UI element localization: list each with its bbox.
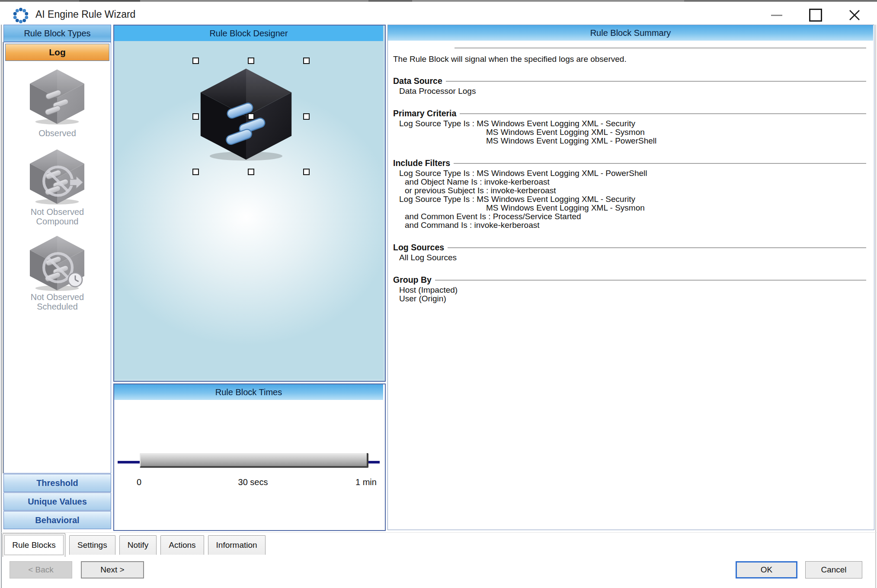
- rule-block-designer-header: Rule Block Designer: [114, 26, 383, 41]
- summary-line: All Log Sources: [393, 253, 868, 262]
- rule-block-times-body: 0 30 secs 1 min: [114, 401, 383, 528]
- tab-rule-blocks[interactable]: Rule Blocks: [3, 533, 65, 557]
- rule-block-times-panel: Rule Block Times 0 30 secs 1 min: [113, 383, 386, 531]
- selection-handle[interactable]: [192, 58, 199, 64]
- summary-section-rule-line: [454, 163, 866, 164]
- summary-section-title: Data Source: [393, 76, 442, 86]
- type-button-unique-values[interactable]: Unique Values: [3, 492, 111, 511]
- summary-intro-text: The Rule Block will signal when the spec…: [393, 54, 868, 64]
- selection-handle[interactable]: [248, 113, 254, 120]
- titlebar: AI Engine Rule Wizard: [0, 2, 877, 25]
- minimize-button[interactable]: [766, 7, 787, 23]
- time-tick-mid: 30 secs: [221, 477, 285, 487]
- type-button-log[interactable]: Log: [5, 44, 109, 61]
- selection-handle[interactable]: [303, 169, 310, 175]
- summary-line: and Command Is : invoke-kerberoast: [393, 221, 868, 230]
- selection-handle[interactable]: [192, 169, 199, 175]
- summary-section-rule-line: [435, 280, 866, 281]
- summary-line: Host (Impacted): [393, 286, 868, 294]
- selection-handle[interactable]: [303, 113, 310, 120]
- rule-block-types-header: Rule Block Types: [3, 25, 111, 42]
- not-observed-compound-cube-icon: [27, 147, 87, 206]
- type-button-threshold[interactable]: Threshold: [3, 474, 111, 492]
- summary-section-title: Log Sources: [393, 243, 444, 252]
- selection-handle[interactable]: [248, 169, 254, 175]
- summary-section: Log SourcesAll Log Sources: [393, 243, 868, 262]
- cancel-button[interactable]: Cancel: [805, 561, 862, 578]
- type-button-behavioral[interactable]: Behavioral: [3, 511, 111, 529]
- tab-notify[interactable]: Notify: [119, 535, 157, 555]
- close-button[interactable]: [844, 7, 865, 23]
- summary-line: Log Source Type Is : MS Windows Event Lo…: [393, 169, 868, 178]
- next-button[interactable]: Next >: [81, 561, 144, 578]
- time-tick-end: 1 min: [355, 477, 377, 487]
- summary-top-separator: [455, 48, 866, 48]
- selection-handle[interactable]: [303, 58, 310, 64]
- summary-section: Primary CriteriaLog Source Type Is : MS …: [393, 109, 868, 145]
- type-item-label: Not Observed Scheduled: [4, 292, 111, 311]
- summary-line: and Object Name Is : invoke-kerberoast: [393, 178, 868, 186]
- summary-line: Log Source Type Is : MS Windows Event Lo…: [393, 119, 868, 128]
- summary-line: and Common Event Is : Process/Service St…: [393, 212, 868, 221]
- summary-line: MS Windows Event Logging XML - Sysmon: [393, 204, 868, 212]
- minimize-icon: [771, 15, 782, 16]
- close-icon: [848, 9, 861, 21]
- summary-section: Include FiltersLog Source Type Is : MS W…: [393, 158, 868, 230]
- rule-block-summary-body: The Rule Block will signal when the spec…: [388, 41, 873, 529]
- tabs-separator: [0, 532, 877, 533]
- summary-section: Data SourceData Processor Logs: [393, 76, 868, 96]
- time-slider-bar[interactable]: [140, 453, 368, 468]
- tab-actions[interactable]: Actions: [160, 535, 204, 555]
- summary-section-rule-line: [446, 81, 866, 82]
- summary-section-rule-line: [448, 247, 866, 248]
- ok-button[interactable]: OK: [736, 561, 797, 578]
- summary-line: User (Origin): [393, 294, 868, 303]
- tab-settings[interactable]: Settings: [69, 535, 115, 555]
- summary-section-title: Group By: [393, 275, 432, 285]
- selection-handle[interactable]: [248, 58, 254, 64]
- rule-block-types-list: Log Observed: [3, 42, 111, 473]
- maximize-button[interactable]: [805, 7, 826, 23]
- not-observed-scheduled-cube-icon: [27, 234, 87, 292]
- designer-canvas[interactable]: [114, 41, 383, 379]
- summary-section-title: Include Filters: [393, 158, 450, 168]
- summary-line: or previous Subject Is : invoke-kerberoa…: [393, 186, 868, 195]
- wizard-tabstrip: Rule BlocksSettingsNotifyActionsInformat…: [3, 533, 269, 557]
- summary-sections: Data SourceData Processor LogsPrimary Cr…: [393, 76, 868, 303]
- observed-cube-icon: [27, 67, 87, 126]
- back-button: < Back: [10, 561, 72, 578]
- time-tick-start: 0: [137, 477, 141, 487]
- summary-line: Data Processor Logs: [393, 87, 868, 96]
- summary-section-title: Primary Criteria: [393, 109, 456, 118]
- rule-block-summary-header: Rule Block Summary: [388, 25, 873, 41]
- summary-section: Group ByHost (Impacted)User (Origin): [393, 275, 868, 303]
- type-item-label: Not Observed Compound: [4, 207, 111, 226]
- summary-line: Log Source Type Is : MS Windows Event Lo…: [393, 195, 868, 204]
- rule-block-summary-panel: Rule Block Summary The Rule Block will s…: [387, 25, 874, 530]
- app-dots-icon: [11, 7, 30, 24]
- tab-information[interactable]: Information: [208, 535, 266, 555]
- summary-line: MS Windows Event Logging XML - PowerShel…: [393, 137, 868, 145]
- window-title: AI Engine Rule Wizard: [35, 9, 135, 20]
- maximize-icon: [809, 9, 822, 22]
- summary-section-rule-line: [460, 113, 866, 114]
- type-item-label: Observed: [4, 128, 111, 138]
- summary-line: MS Windows Event Logging XML - Sysmon: [393, 128, 868, 137]
- window-right-edge: [875, 25, 876, 588]
- window-left-edge: [1, 25, 2, 588]
- rule-block-designer-panel: Rule Block Designer: [113, 25, 386, 382]
- log-block-cube-icon[interactable]: [195, 66, 298, 162]
- selection-handle[interactable]: [192, 113, 199, 120]
- rule-block-times-header: Rule Block Times: [114, 384, 383, 401]
